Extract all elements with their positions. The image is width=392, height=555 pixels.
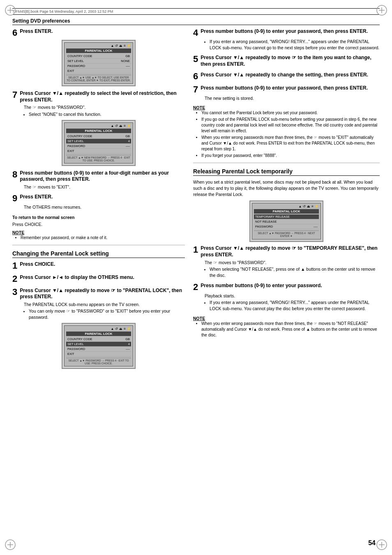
step-6-num: 6 xyxy=(12,28,17,37)
step-c2-num: 2 xyxy=(12,274,17,283)
screen-bottom-2: SELECT ▲▼ NEW PASSWORD → PRESS 4 · EXIT … xyxy=(66,155,131,162)
screen-row-3-2: SET LEVEL 4 xyxy=(66,342,131,347)
step-c3-num: 3 xyxy=(12,288,17,297)
screen-row-1-2: SET LEVEL NONE xyxy=(66,59,131,64)
step-r4-title: Press number buttons (0-9) to enter your… xyxy=(201,28,368,35)
note-left: NOTE Remember your password, or make a n… xyxy=(12,230,185,241)
corner-decoration-bl xyxy=(4,539,16,551)
corner-decoration-br xyxy=(376,539,388,551)
releasing-section-header: Releasing Parental Lock temporarily xyxy=(193,168,380,176)
step-r2-rel: 2 Press number buttons (0-9) to enter yo… xyxy=(193,283,380,312)
step-c2-title: Press Cursor ►/◄ to display the OTHERS m… xyxy=(20,274,134,281)
step-7-body: The ☞ moves to "PASSWORD". Select "NONE"… xyxy=(24,104,185,117)
top-bar: TIFM45[B].book Page 54 Wednesday, April … xyxy=(12,8,380,15)
step-r5-num: 5 xyxy=(193,55,198,64)
to-return-section: To return to the normal screen Press CHO… xyxy=(12,214,185,227)
step-r2-rel-title: Press number buttons (0-9) to enter your… xyxy=(201,283,322,289)
corner-decoration-tl xyxy=(4,4,16,16)
screen-row-4-3: PASSWORD ---- xyxy=(254,224,319,229)
screen-title-2: PARENTAL LOCK xyxy=(66,129,131,133)
file-info: TIFM45[B].book Page 54 Wednesday, April … xyxy=(12,9,113,14)
note-right-top: NOTE You cannot set the Parental Lock be… xyxy=(193,105,380,159)
screen-mockup-3: ▲↺⏏≡⚡ PARENTAL LOCK COUNTRY CODE GB SET … xyxy=(62,323,136,369)
step-7: 7 Press Cursor ▼/▲ repeatedly to select … xyxy=(12,90,185,166)
note-left-body: Remember your password, or make a note o… xyxy=(16,235,185,241)
step-6-title: Press ENTER. xyxy=(20,28,53,35)
changing-section-header: Changing the Parental Lock setting xyxy=(12,250,185,258)
screen-title-4: PARENTAL LOCK xyxy=(254,209,319,214)
step-r7-title: Press number buttons (0-9) to enter your… xyxy=(201,85,368,92)
note-right-bottom: NOTE When you enter wrong passwords more… xyxy=(193,316,380,338)
step-r5-title: Press Cursor ▼/▲ repeatedly to move ☞ to… xyxy=(201,55,380,67)
left-column: 6 Press ENTER. ▲↺⏏≡⚡ PARENTAL LOCK COUNT… xyxy=(12,28,185,373)
note-right-bottom-body: When you enter wrong passwords more than… xyxy=(196,321,380,338)
step-7-num: 7 xyxy=(12,90,17,99)
step-c1: 1 Press CHOICE. xyxy=(12,261,185,270)
step-8: 8 Press number buttons (0-9) to enter a … xyxy=(12,170,185,190)
step-r7-body: The new setting is stored. xyxy=(205,95,380,101)
step-c1-num: 1 xyxy=(12,261,17,270)
step-r5: 5 Press Cursor ▼/▲ repeatedly to move ☞ … xyxy=(193,55,380,67)
step-r6-num: 6 xyxy=(193,72,198,81)
step-c3: 3 Press Cursor ▼/▲ repeatedly to move ☞ … xyxy=(12,288,185,369)
step-8-title: Press number buttons (0-9) to enter a fo… xyxy=(20,170,185,183)
screen-icons-1: ▲↺⏏≡⚡ xyxy=(66,44,131,48)
step-c3-title: Press Cursor ▼/▲ repeatedly to move ☞ to… xyxy=(20,288,185,300)
divider-1 xyxy=(12,245,185,245)
screen-row-2-2: SET LEVEL 4 xyxy=(66,139,131,144)
step-r6-title: Press Cursor ▼/▲ repeatedly to change th… xyxy=(201,72,368,78)
screen-icons-2: ▲↺⏏≡⚡ xyxy=(66,124,131,128)
page-number: 54 xyxy=(368,539,376,547)
step-c2: 2 Press Cursor ►/◄ to display the OTHERS… xyxy=(12,274,185,283)
screen-row-3-3: PASSWORD ---- xyxy=(66,347,131,352)
screen-row-2-3: PASSWORD ---- xyxy=(66,144,131,149)
note-right-top-body: You cannot set the Parental Lock before … xyxy=(196,110,380,159)
screen-row-1-3: PASSWORD ---- xyxy=(66,64,131,69)
screen-row-4-2: NOT RELEASE xyxy=(254,219,319,224)
step-r4-body: If you enter a wrong password, "WRONG! R… xyxy=(205,39,380,51)
step-c3-body: The PARENTAL LOCK sub-menu appears on th… xyxy=(24,302,185,320)
step-9-body: The OTHERS menu resumes. xyxy=(24,204,185,210)
step-r1-rel-title: Press Cursor ▼/▲ repeatedly to move ☞ to… xyxy=(201,245,380,258)
screen-row-1-4: EXIT xyxy=(66,69,131,74)
step-r1-rel: 1 Press Cursor ▼/▲ repeatedly to move ☞ … xyxy=(193,245,380,278)
screen-mockup-2: ▲↺⏏≡⚡ PARENTAL LOCK COUNTRY CODE GB SET … xyxy=(62,120,136,166)
step-8-body: The ☞ moves to "EXIT". xyxy=(24,184,185,190)
screen-row-3-4: EXIT xyxy=(66,352,131,357)
screen-row-2-1: COUNTRY CODE GB xyxy=(66,134,131,139)
step-6: 6 Press ENTER. ▲↺⏏≡⚡ PARENTAL LOCK COUNT… xyxy=(12,28,185,86)
step-7-title: Press Cursor ▼/▲ repeatedly to select th… xyxy=(20,90,185,103)
step-9: 9 Press ENTER. The OTHERS menu resumes. xyxy=(12,194,185,210)
screen-bottom-3: SELECT ▲▼ PASSWORD → PRESS 4 · EXIT TO U… xyxy=(66,358,131,365)
step-r1-rel-body: The ☞ moves to "PASSWORD". When selectin… xyxy=(205,260,380,279)
step-9-num: 9 xyxy=(12,194,17,203)
step-r2-rel-num: 2 xyxy=(193,283,198,292)
step-r2-rel-body: Playback starts. If you enter a wrong pa… xyxy=(205,293,380,312)
divider-right xyxy=(193,163,380,163)
section-header: Setting DVD preferences xyxy=(12,18,380,25)
screen-bottom-4: SELECT ▲▼ PASSWORD → PRESS 4 · NEXT ENTE… xyxy=(254,230,319,238)
corner-decoration-tr xyxy=(376,4,388,16)
screen-row-3-1: COUNTRY CODE GB xyxy=(66,337,131,342)
step-c1-title: Press CHOICE. xyxy=(20,261,55,268)
right-column: 4 Press number buttons (0-9) to enter yo… xyxy=(193,28,380,373)
step-r6: 6 Press Cursor ▼/▲ repeatedly to change … xyxy=(193,72,380,81)
step-r1-rel-num: 1 xyxy=(193,245,198,254)
screen-icons-4: ▲↺⏏≡⚡ xyxy=(254,205,319,208)
screen-row-4-1: TEMPORARY RELEASE xyxy=(254,214,319,219)
screen-bottom-1: SELECT ▲▼ USE ▲▼ TO SELECT, USE ENTER TO… xyxy=(66,75,131,82)
screen-icons-3: ▲↺⏏≡⚡ xyxy=(66,327,131,331)
screen-title-3: PARENTAL LOCK xyxy=(66,332,131,336)
screen-title-1: PARENTAL LOCK xyxy=(66,48,131,53)
screen-mockup-1: ▲↺⏏≡⚡ PARENTAL LOCK COUNTRY CODE GB SET … xyxy=(62,40,136,86)
screen-mockup-4: ▲↺⏏≡⚡ PARENTAL LOCK TEMPORARY RELEASE NO… xyxy=(249,200,323,242)
releasing-intro: When you set a strict parental level, so… xyxy=(193,179,380,197)
step-9-title: Press ENTER. xyxy=(20,194,53,200)
step-r4: 4 Press number buttons (0-9) to enter yo… xyxy=(193,28,380,51)
step-r7-num: 7 xyxy=(193,85,198,94)
step-8-num: 8 xyxy=(12,170,17,179)
step-r4-num: 4 xyxy=(193,28,198,37)
step-r7: 7 Press number buttons (0-9) to enter yo… xyxy=(193,85,380,101)
screen-row-1-1: COUNTRY CODE GB xyxy=(66,54,131,59)
screen-row-2-4: EXIT xyxy=(66,149,131,154)
